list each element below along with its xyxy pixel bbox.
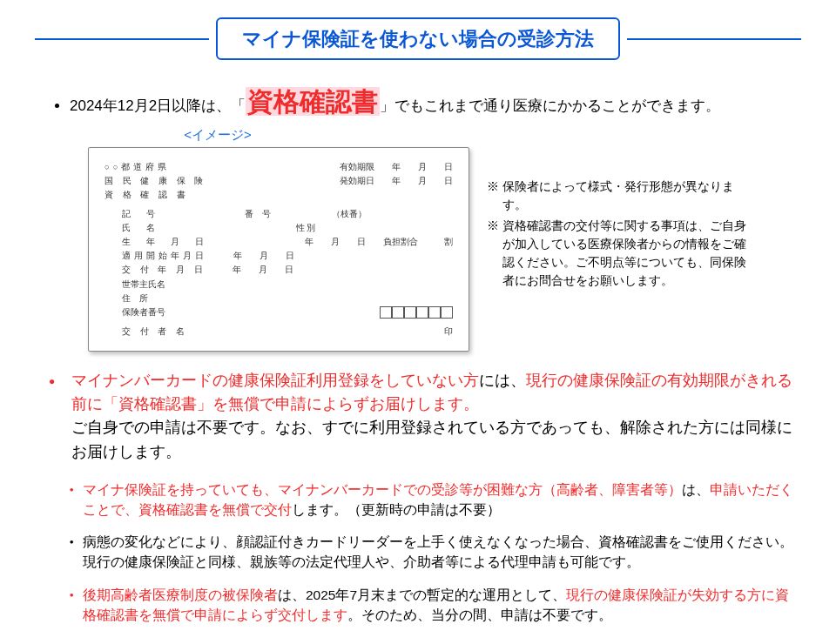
side-notes: ※ 保険者によって様式・発行形態が異なります。 ※ 資格確認書の交付等に関する事… bbox=[487, 178, 748, 292]
card-r3a: 生 年 月 日 bbox=[122, 235, 207, 249]
image-label: <イメージ> bbox=[131, 125, 305, 145]
main-bullet: マイナンバーカードの健康保険証利用登録をしていない方には、現行の健康保険証の有効… bbox=[35, 369, 801, 464]
card-r7: 住 所 bbox=[104, 292, 453, 305]
card-l3: 資 格 確 認 書 bbox=[104, 188, 453, 202]
card-l2b: 発効期日 年 月 日 bbox=[340, 174, 453, 188]
middle-row: ○○都道府県有効期限 年 月 日 国 民 健 康 保 険発効期日 年 月 日 資… bbox=[35, 147, 801, 352]
title-box: マイナ保険証を使わない場合の受診方法 bbox=[216, 17, 620, 60]
top-bullet-list: 2024年12月2日以降は、「資格確認書」でもこれまで通り医療にかかることができ… bbox=[35, 82, 801, 121]
top-pre: 2024年12月2日以降は、「 bbox=[70, 97, 246, 114]
sub-2: 病態の変化などにより、顔認証付きカードリーダーを上手く使えなくなった場合、資格確… bbox=[83, 532, 801, 573]
mb-mid: には、 bbox=[479, 372, 526, 389]
card-r4a: 適用開始年月日 bbox=[122, 249, 207, 263]
sample-card: ○○都道府県有効期限 年 月 日 国 民 健 康 保 険発効期日 年 月 日 資… bbox=[88, 147, 469, 352]
card-r9a: 交 付 者 名 bbox=[122, 325, 188, 339]
card-r9b: 印 bbox=[444, 325, 453, 339]
card-l1a: ○○都道府県 bbox=[104, 160, 170, 174]
sub-bullets-c: 後期高齢者医療制度の被保険者は、2025年7月末までの暫定的な運用として、現行の… bbox=[35, 585, 801, 626]
s1d: します。（更新時の申請は不要） bbox=[292, 502, 501, 517]
sub-1: マイナ保険証を持っていても、マイナンバーカードでの受診等が困難な方（高齢者、障害… bbox=[83, 480, 801, 520]
top-post: 」でもこれまで通り医療にかかることができます。 bbox=[380, 97, 720, 114]
card-r5a: 交 付 年 月 日 bbox=[122, 263, 206, 277]
s3d: 。そのため、当分の間、申請は不要です。 bbox=[347, 607, 612, 622]
card-r4b: 年 月 日 bbox=[207, 249, 453, 263]
top-highlight: 資格確認書 bbox=[246, 87, 380, 116]
card-l1b: 有効期限 年 月 日 bbox=[340, 160, 453, 174]
s3a: 後期高齢者医療制度の被保険者 bbox=[83, 587, 278, 602]
mb-red1: マイナンバーカードの健康保険証利用登録をしていない方 bbox=[71, 372, 479, 389]
card-l2a: 国 民 健 康 保 険 bbox=[104, 174, 206, 188]
card-r1b: 番 号 （枝番） bbox=[158, 207, 453, 221]
note-1: ※ 保険者によって様式・発行形態が異なります。 bbox=[487, 178, 748, 214]
card-r2a: 氏 名 bbox=[122, 221, 158, 235]
s1b: は、 bbox=[682, 482, 710, 497]
card-r3b: 年 月 日 負担割合 割 bbox=[279, 235, 453, 249]
number-boxes bbox=[380, 306, 453, 319]
sub-bullets-b: 病態の変化などにより、顔認証付きカードリーダーを上手く使えなくなった場合、資格確… bbox=[35, 532, 801, 573]
title-bar: マイナ保険証を使わない場合の受診方法 bbox=[35, 17, 801, 60]
note-2: ※ 資格確認書の交付等に関する事項は、ご自身が加入している医療保険者からの情報を… bbox=[487, 217, 748, 290]
sub-bullets: マイナ保険証を持っていても、マイナンバーカードでの受診等が困難な方（高齢者、障害… bbox=[35, 480, 801, 520]
card-r6: 世帯主氏名 bbox=[104, 278, 453, 292]
s1a: マイナ保険証を持っていても、マイナンバーカードでの受診等が困難な方（高齢者、障害… bbox=[83, 482, 682, 497]
card-r2b: 性 別 bbox=[158, 221, 453, 235]
sub-3: 後期高齢者医療制度の被保険者は、2025年7月末までの暫定的な運用として、現行の… bbox=[83, 585, 801, 626]
s3b: は、2025年7月末までの暫定的な運用として、 bbox=[278, 587, 566, 602]
rule-left bbox=[35, 38, 209, 40]
card-r5b: 年 月 日 bbox=[206, 263, 453, 277]
top-bullet: 2024年12月2日以降は、「資格確認書」でもこれまで通り医療にかかることができ… bbox=[70, 82, 801, 121]
card-r1a: 記 号 bbox=[122, 207, 158, 221]
mb-p2: ご自身での申請は不要です。なお、すでに利用登録されている方であっても、解除された… bbox=[71, 419, 792, 460]
card-r8: 保険者番号 bbox=[122, 305, 165, 319]
rule-right bbox=[627, 38, 801, 40]
